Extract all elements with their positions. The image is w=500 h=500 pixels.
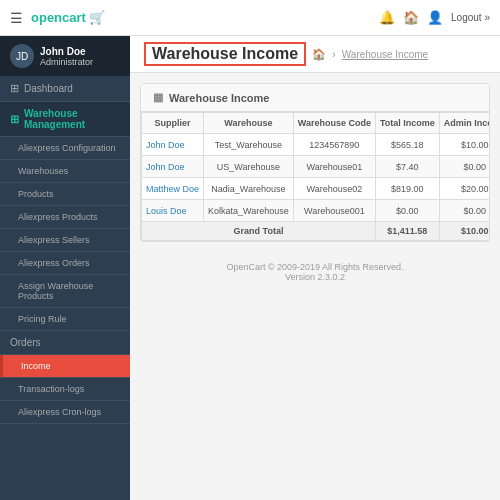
gt-admin-income: $10.00: [439, 222, 489, 241]
cell-supplier: Louis Doe: [142, 200, 204, 222]
sidebar-user: JD John Doe Administrator: [0, 36, 130, 76]
panel-title: Warehouse Income: [169, 92, 269, 104]
content-panel: ▦ Warehouse Income Supplier Warehouse Wa…: [140, 83, 490, 242]
sidebar-item-label: Aliexpress Orders: [18, 258, 90, 268]
cell-code: 1234567890: [293, 134, 375, 156]
cell-admin-income: $10.00: [439, 134, 489, 156]
sidebar-item-aliexpress-products[interactable]: Aliexpress Products: [0, 206, 130, 229]
footer-version: Version 2.3.0.2: [140, 272, 490, 282]
breadcrumb-bar: Warehouse Income 🏠 › Warehouse Income: [130, 36, 500, 73]
sidebar: JD John Doe Administrator ⊞ Dashboard ⊞ …: [0, 36, 130, 500]
logo-text: opencart: [31, 10, 86, 25]
cell-total-income: $565.18: [375, 134, 439, 156]
logout-button[interactable]: Logout »: [451, 12, 490, 23]
sidebar-item-dashboard[interactable]: ⊞ Dashboard: [0, 76, 130, 102]
table-wrapper: Supplier Warehouse Warehouse Code Total …: [141, 112, 489, 241]
cell-supplier: Matthew Doe: [142, 178, 204, 200]
sidebar-item-label: Transaction-logs: [18, 384, 84, 394]
sidebar-item-transaction-logs[interactable]: Transaction-logs: [0, 378, 130, 401]
sidebar-item-label: Warehouses: [18, 166, 68, 176]
navbar-left: ☰ opencart 🛒: [10, 10, 105, 26]
gt-total-income: $1,411.58: [375, 222, 439, 241]
supplier-link[interactable]: Louis Doe: [146, 206, 187, 216]
avatar: JD: [10, 44, 34, 68]
sidebar-item-pricing-rule[interactable]: Pricing Rule: [0, 308, 130, 331]
cell-code: Warehouse01: [293, 156, 375, 178]
top-navbar: ☰ opencart 🛒 🔔 🏠 👤 Logout »: [0, 0, 500, 36]
sidebar-item-aliexpress-config[interactable]: Aliexpress Configuration: [0, 137, 130, 160]
sidebar-item-label: Income: [21, 361, 51, 371]
panel-icon: ▦: [153, 91, 163, 104]
sidebar-item-label: Pricing Rule: [18, 314, 67, 324]
grand-total-label: Grand Total: [142, 222, 376, 241]
cell-admin-income: $0.00: [439, 200, 489, 222]
sidebar-item-label: Aliexpress Configuration: [18, 143, 116, 153]
user-icon[interactable]: 👤: [427, 10, 443, 25]
income-table: Supplier Warehouse Warehouse Code Total …: [141, 112, 489, 241]
col-warehouse: Warehouse: [204, 113, 294, 134]
breadcrumb-current[interactable]: Warehouse Income: [342, 49, 428, 60]
cell-supplier: John Doe: [142, 134, 204, 156]
breadcrumb-arrow: ›: [332, 48, 336, 60]
sidebar-item-income[interactable]: Income: [0, 355, 130, 378]
footer-copyright: OpenCart © 2009-2019 All Rights Reserved…: [140, 262, 490, 272]
user-role: Administrator: [40, 57, 93, 67]
cell-admin-income: $20.00: [439, 178, 489, 200]
bell-icon[interactable]: 🔔: [379, 10, 395, 25]
sidebar-item-warehouse-management[interactable]: ⊞ Warehouse Management: [0, 102, 130, 137]
cell-admin-income: $0.00: [439, 156, 489, 178]
cell-warehouse: Nadia_Warehouse: [204, 178, 294, 200]
dashboard-icon: ⊞: [10, 82, 19, 95]
home-icon[interactable]: 🏠: [403, 10, 419, 25]
table-header-row: Supplier Warehouse Warehouse Code Total …: [142, 113, 490, 134]
supplier-link[interactable]: John Doe: [146, 140, 185, 150]
sidebar-item-label: Aliexpress Products: [18, 212, 98, 222]
cart-icon: 🛒: [89, 10, 105, 25]
cell-warehouse: US_Warehouse: [204, 156, 294, 178]
sidebar-item-products[interactable]: Products: [0, 183, 130, 206]
grand-total-row: Grand Total $1,411.58 $10.00 $1,401.58 $…: [142, 222, 490, 241]
cell-supplier: John Doe: [142, 156, 204, 178]
sidebar-item-label: Dashboard: [24, 83, 73, 94]
sidebar-item-aliexpress-cron-logs[interactable]: Aliexpress Cron-logs: [0, 401, 130, 424]
main-layout: JD John Doe Administrator ⊞ Dashboard ⊞ …: [0, 36, 500, 500]
user-name: John Doe: [40, 46, 93, 57]
table-row: John Doe Test_Warehouse 1234567890 $565.…: [142, 134, 490, 156]
col-total-income: Total Income: [375, 113, 439, 134]
cell-warehouse: Test_Warehouse: [204, 134, 294, 156]
footer: OpenCart © 2009-2019 All Rights Reserved…: [130, 252, 500, 292]
cell-total-income: $819.00: [375, 178, 439, 200]
warehouse-icon: ⊞: [10, 113, 19, 126]
table-row: Louis Doe Kolkata_Warehouse Warehouse001…: [142, 200, 490, 222]
sidebar-menu: ⊞ Dashboard ⊞ Warehouse Management Aliex…: [0, 76, 130, 424]
supplier-link[interactable]: Matthew Doe: [146, 184, 199, 194]
breadcrumb-sep: 🏠: [312, 48, 326, 61]
cell-total-income: $7.40: [375, 156, 439, 178]
sidebar-item-aliexpress-sellers[interactable]: Aliexpress Sellers: [0, 229, 130, 252]
sidebar-item-warehouses[interactable]: Warehouses: [0, 160, 130, 183]
sidebar-item-orders[interactable]: Orders: [0, 331, 130, 355]
sidebar-item-label: Aliexpress Sellers: [18, 235, 90, 245]
cell-warehouse: Kolkata_Warehouse: [204, 200, 294, 222]
sidebar-item-aliexpress-orders[interactable]: Aliexpress Orders: [0, 252, 130, 275]
supplier-link[interactable]: John Doe: [146, 162, 185, 172]
col-warehouse-code: Warehouse Code: [293, 113, 375, 134]
panel-heading: ▦ Warehouse Income: [141, 84, 489, 112]
main-content: Warehouse Income 🏠 › Warehouse Income ▦ …: [130, 36, 500, 500]
sidebar-item-label: Warehouse Management: [24, 108, 120, 130]
cell-code: Warehouse02: [293, 178, 375, 200]
col-admin-income: Admin Income: [439, 113, 489, 134]
cell-code: Warehouse001: [293, 200, 375, 222]
user-info: John Doe Administrator: [40, 46, 93, 67]
sidebar-item-label: Aliexpress Cron-logs: [18, 407, 101, 417]
opencart-logo: opencart 🛒: [31, 10, 105, 25]
hamburger-icon[interactable]: ☰: [10, 10, 23, 26]
table-row: John Doe US_Warehouse Warehouse01 $7.40 …: [142, 156, 490, 178]
sidebar-item-label: Products: [18, 189, 54, 199]
sidebar-item-assign-warehouse-products[interactable]: Assign Warehouse Products: [0, 275, 130, 308]
table-row: Matthew Doe Nadia_Warehouse Warehouse02 …: [142, 178, 490, 200]
navbar-right: 🔔 🏠 👤 Logout »: [379, 10, 490, 25]
cell-total-income: $0.00: [375, 200, 439, 222]
sidebar-item-label: Orders: [10, 337, 41, 348]
sidebar-item-label: Assign Warehouse Products: [18, 281, 120, 301]
